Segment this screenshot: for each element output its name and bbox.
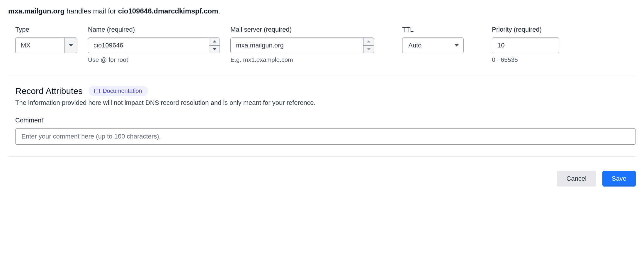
book-icon (94, 89, 100, 93)
mailserver-input[interactable] (231, 38, 363, 53)
comment-label: Comment (15, 117, 636, 124)
triangle-down-icon (213, 48, 216, 50)
mailserver-label: Mail server (required) (230, 26, 374, 33)
summary-domain: cio109646.dmarcdkimspf.com (118, 7, 218, 15)
documentation-link-label: Documentation (103, 88, 142, 94)
chevron-down-icon (455, 44, 459, 47)
name-input[interactable] (88, 38, 209, 53)
summary-middle: handles mail for (64, 7, 118, 15)
priority-help: 0 - 65535 (492, 56, 559, 63)
ttl-label: TTL (402, 26, 464, 33)
priority-input[interactable] (492, 37, 559, 53)
save-button[interactable]: Save (602, 171, 636, 187)
mailserver-input-wrap (230, 37, 374, 53)
field-name: Name (required) Use @ for root (88, 26, 220, 63)
type-select-button[interactable] (64, 38, 77, 53)
cancel-button[interactable]: Cancel (557, 171, 596, 187)
field-type: Type MX (15, 26, 77, 63)
triangle-down-icon (367, 48, 371, 50)
triangle-up-icon (367, 40, 371, 42)
name-step-down[interactable] (209, 45, 220, 53)
field-priority: Priority (required) 0 - 65535 (492, 26, 559, 63)
mailserver-stepper[interactable] (363, 38, 374, 53)
chevron-down-icon (69, 44, 73, 47)
type-select-value: MX (16, 38, 64, 53)
comment-input[interactable] (15, 128, 636, 145)
summary-server: mxa.mailgun.org (8, 7, 64, 15)
record-attributes-section: Record Attributes Documentation The info… (8, 86, 636, 145)
footer-actions: Cancel Save (8, 171, 636, 187)
name-label: Name (required) (88, 26, 220, 33)
name-step-up[interactable] (209, 38, 220, 45)
record-attributes-heading: Record Attributes (15, 86, 83, 96)
type-label: Type (15, 26, 77, 33)
triangle-up-icon (213, 40, 216, 42)
record-fields-row: Type MX Name (required) Use @ for root M… (8, 26, 636, 63)
type-select[interactable]: MX (15, 37, 77, 53)
name-input-wrap (88, 37, 220, 53)
ttl-select[interactable]: Auto (402, 37, 464, 53)
name-help: Use @ for root (88, 56, 220, 63)
mailserver-help: E.g. mx1.example.com (230, 56, 374, 63)
priority-label: Priority (required) (492, 26, 559, 33)
summary-sentence: mxa.mailgun.org handles mail for cio1096… (8, 7, 636, 15)
field-ttl: TTL Auto (402, 26, 464, 63)
summary-trailing: . (218, 7, 220, 15)
name-stepper[interactable] (209, 38, 220, 53)
section-divider (8, 75, 636, 75)
record-attributes-description: The information provided here will not i… (15, 99, 636, 107)
mailserver-step-up[interactable] (363, 38, 374, 45)
field-mailserver: Mail server (required) E.g. mx1.example.… (230, 26, 374, 63)
mailserver-step-down[interactable] (363, 45, 374, 53)
ttl-select-value: Auto (408, 42, 422, 49)
footer-divider (8, 156, 636, 157)
documentation-link[interactable]: Documentation (89, 86, 148, 96)
